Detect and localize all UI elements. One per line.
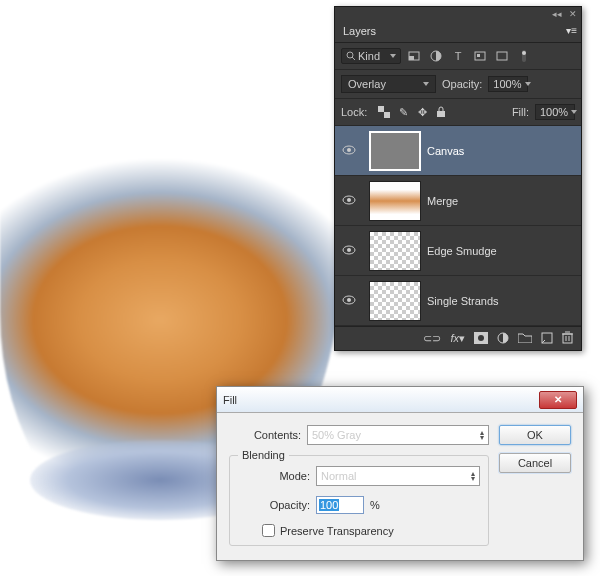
svg-rect-25 [563, 334, 572, 343]
panel-tab-layers[interactable]: Layers ▾≡ [335, 21, 581, 43]
layer-thumbnail[interactable] [369, 231, 421, 271]
svg-point-22 [478, 335, 484, 341]
new-layer-icon[interactable] [541, 332, 553, 346]
stepper-icon: ▴▾ [471, 471, 475, 481]
opacity-input[interactable]: 100 [316, 496, 364, 514]
mode-label: Mode: [238, 470, 310, 482]
svg-line-1 [352, 57, 355, 60]
contents-value: 50% Gray [312, 429, 361, 441]
cancel-button[interactable]: Cancel [499, 453, 571, 473]
svg-rect-7 [497, 52, 507, 60]
new-adjustment-icon[interactable] [497, 332, 509, 346]
mode-value: Normal [321, 470, 356, 482]
fill-value: 100% [540, 106, 568, 118]
chevron-down-icon [571, 110, 577, 114]
chevron-down-icon [390, 54, 396, 58]
new-group-icon[interactable] [518, 332, 532, 345]
filter-smart-icon[interactable] [493, 48, 511, 64]
close-panel-icon[interactable]: ✕ [569, 9, 577, 19]
lock-all-icon[interactable] [434, 105, 448, 119]
layer-fx-icon[interactable]: fx▾ [450, 332, 465, 345]
panel-bottom-bar: ⊂⊃ fx▾ [335, 326, 581, 350]
opacity-value: 100% [493, 78, 521, 90]
svg-point-14 [347, 148, 351, 152]
filter-kind-label: Kind [358, 50, 380, 62]
layer-filter-row: Kind T [335, 43, 581, 70]
chevron-down-icon [525, 82, 531, 86]
opacity-label: Opacity: [442, 78, 482, 90]
ok-button[interactable]: OK [499, 425, 571, 445]
collapse-icon[interactable]: ◂◂ [552, 9, 562, 19]
layers-panel: ◂◂ ✕ Layers ▾≡ Kind T Overlay Opacity: 1… [334, 6, 582, 351]
opacity-value-input[interactable]: 100% [488, 76, 528, 92]
link-layers-icon[interactable]: ⊂⊃ [423, 332, 441, 345]
panel-menu-icon[interactable]: ▾≡ [566, 25, 577, 36]
delete-layer-icon[interactable] [562, 331, 573, 346]
blending-group: Blending Mode: Normal ▴▾ Opacity: 100 % … [229, 455, 489, 546]
lock-transparency-icon[interactable] [377, 105, 391, 119]
svg-rect-3 [409, 56, 414, 60]
svg-point-20 [347, 298, 351, 302]
preserve-transparency-label: Preserve Transparency [280, 525, 394, 537]
search-icon [346, 51, 356, 61]
filter-type-icon[interactable]: T [449, 48, 467, 64]
preserve-transparency-checkbox[interactable] [262, 524, 275, 537]
contents-label: Contents: [229, 429, 301, 441]
svg-point-16 [347, 198, 351, 202]
layer-name-label: Merge [427, 195, 458, 207]
add-mask-icon[interactable] [474, 332, 488, 346]
layer-row-single-strands[interactable]: Single Strands [335, 276, 581, 326]
layer-row-canvas[interactable]: Canvas [335, 126, 581, 176]
close-button[interactable]: ✕ [539, 391, 577, 409]
visibility-toggle[interactable] [335, 195, 363, 207]
visibility-toggle[interactable] [335, 245, 363, 257]
svg-rect-6 [477, 54, 480, 57]
layer-thumbnail[interactable] [369, 181, 421, 221]
svg-rect-11 [384, 112, 390, 118]
lock-label: Lock: [341, 106, 367, 118]
contents-select[interactable]: 50% Gray ▴▾ [307, 425, 489, 445]
fill-dialog: Fill ✕ Contents: 50% Gray ▴▾ Blending Mo… [216, 386, 584, 561]
fill-label: Fill: [512, 106, 529, 118]
layer-name-label: Canvas [427, 145, 464, 157]
blend-row: Overlay Opacity: 100% [335, 70, 581, 99]
panel-topbar: ◂◂ ✕ [335, 7, 581, 21]
layer-name-label: Edge Smudge [427, 245, 497, 257]
svg-point-9 [522, 51, 526, 55]
stepper-icon: ▴▾ [480, 430, 484, 440]
filter-pixel-icon[interactable] [405, 48, 423, 64]
visibility-toggle[interactable] [335, 145, 363, 157]
svg-rect-12 [437, 111, 445, 117]
visibility-toggle[interactable] [335, 295, 363, 307]
fill-value-input[interactable]: 100% [535, 104, 575, 120]
lock-row: Lock: ✎ ✥ Fill: 100% [335, 99, 581, 126]
mode-select[interactable]: Normal ▴▾ [316, 466, 480, 486]
filter-toggle-switch[interactable] [515, 48, 533, 64]
blend-mode-value: Overlay [348, 78, 386, 90]
tab-label: Layers [343, 25, 376, 37]
layer-name-label: Single Strands [427, 295, 499, 307]
filter-kind-select[interactable]: Kind [341, 48, 401, 64]
opacity-label: Opacity: [238, 499, 310, 511]
layer-thumbnail[interactable] [369, 281, 421, 321]
dialog-title: Fill [223, 394, 237, 406]
opacity-suffix: % [370, 499, 380, 511]
svg-point-18 [347, 248, 351, 252]
lock-position-icon[interactable]: ✥ [415, 105, 429, 119]
svg-rect-10 [378, 106, 384, 112]
blend-mode-select[interactable]: Overlay [341, 75, 436, 93]
layer-row-merge[interactable]: Merge [335, 176, 581, 226]
layer-list: Canvas Merge Edge Smudge Single Strands [335, 126, 581, 326]
filter-shape-icon[interactable] [471, 48, 489, 64]
chevron-down-icon [423, 82, 429, 86]
dialog-titlebar[interactable]: Fill ✕ [217, 387, 583, 413]
layer-row-edge-smudge[interactable]: Edge Smudge [335, 226, 581, 276]
opacity-input-value: 100 [319, 499, 339, 511]
filter-adjustment-icon[interactable] [427, 48, 445, 64]
blending-group-title: Blending [238, 449, 289, 461]
lock-paint-icon[interactable]: ✎ [396, 105, 410, 119]
layer-thumbnail[interactable] [369, 131, 421, 171]
